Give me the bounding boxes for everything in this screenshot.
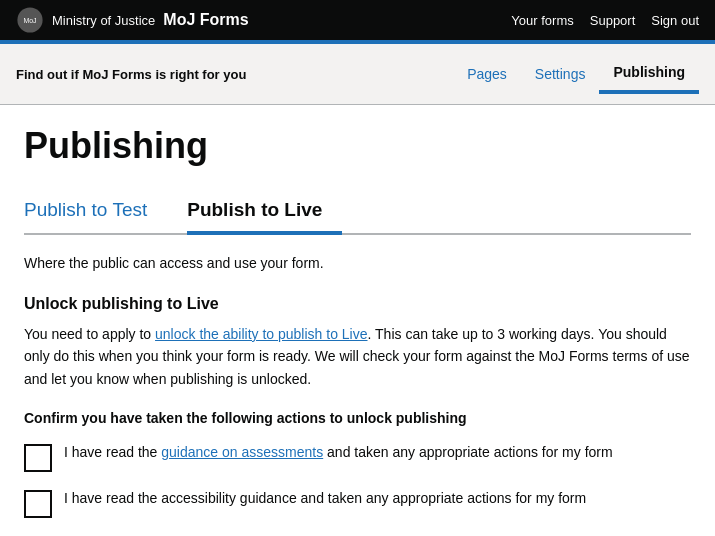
checkbox-1[interactable] [24,444,52,472]
org-name: Ministry of Justice [52,13,155,28]
app-name: MoJ Forms [163,11,248,29]
header-nav: Your forms Support Sign out [511,13,699,28]
unlock-body: You need to apply to unlock the ability … [24,323,691,390]
unlock-section: Unlock publishing to Live You need to ap… [24,295,691,390]
checkbox-2-text: I have read the accessibility guidance a… [64,490,586,506]
tab-publish-test[interactable]: Publish to Test [24,191,167,235]
sub-banner: Find out if MoJ Forms is right for you P… [0,44,715,105]
site-header: MoJ Ministry of Justice MoJ Forms Your f… [0,0,715,40]
confirm-title: Confirm you have taken the following act… [24,410,691,426]
sign-out-link[interactable]: Sign out [651,13,699,28]
your-forms-link[interactable]: Your forms [511,13,573,28]
publishing-nav-link[interactable]: Publishing [599,54,699,94]
checkbox-1-suffix: and taken any appropriate actions for my… [323,444,612,460]
moj-logo: MoJ [16,6,44,34]
confirm-section: Confirm you have taken the following act… [24,410,691,518]
unlock-body-prefix: You need to apply to [24,326,155,342]
checkbox-1-prefix: I have read the [64,444,161,460]
main-content: Publishing Publish to Test Publish to Li… [0,105,715,536]
unlock-link[interactable]: unlock the ability to publish to Live [155,326,367,342]
tab-publish-live[interactable]: Publish to Live [187,191,342,235]
svg-text:MoJ: MoJ [23,17,36,24]
guidance-assessments-link[interactable]: guidance on assessments [161,444,323,460]
brand: MoJ Ministry of Justice MoJ Forms [16,6,511,34]
settings-nav-link[interactable]: Settings [521,56,600,92]
pages-nav-link[interactable]: Pages [453,56,521,92]
checkbox-item-1: I have read the guidance on assessments … [24,442,691,472]
checkbox-label-1: I have read the guidance on assessments … [64,442,613,463]
sub-nav: Pages Settings Publishing [453,54,699,94]
unlock-title: Unlock publishing to Live [24,295,691,313]
checkbox-item-2: I have read the accessibility guidance a… [24,488,691,518]
checkbox-label-2: I have read the accessibility guidance a… [64,488,586,509]
sub-banner-text: Find out if MoJ Forms is right for you [16,67,246,82]
tab-description: Where the public can access and use your… [24,255,691,271]
checkbox-2[interactable] [24,490,52,518]
publish-tabs: Publish to Test Publish to Live [24,191,691,235]
support-link[interactable]: Support [590,13,636,28]
page-title: Publishing [24,125,691,167]
